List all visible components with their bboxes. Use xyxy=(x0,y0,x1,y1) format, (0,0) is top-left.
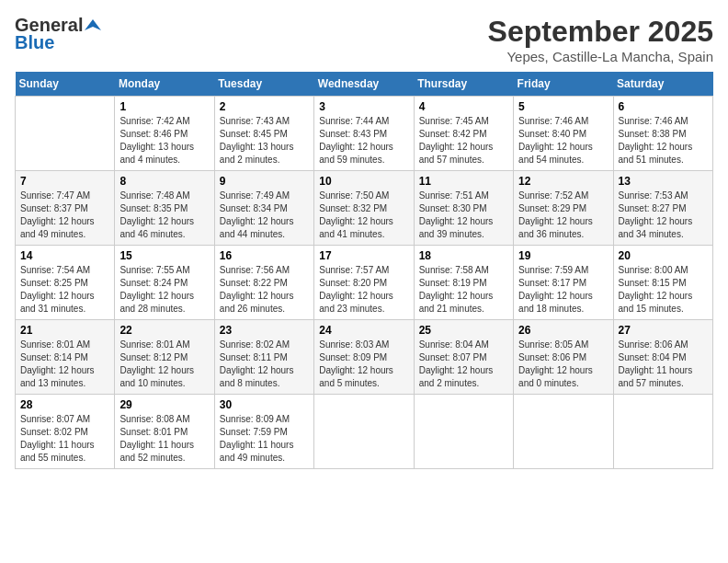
logo: General Blue xyxy=(15,15,101,53)
header-day-monday: Monday xyxy=(115,72,214,97)
day-number: 7 xyxy=(20,175,109,188)
day-number: 13 xyxy=(619,175,708,188)
calendar-cell: 28Sunrise: 8:07 AMSunset: 8:02 PMDayligh… xyxy=(16,395,115,469)
day-info: Sunrise: 8:07 AMSunset: 8:02 PMDaylight:… xyxy=(20,413,109,465)
day-info: Sunrise: 7:51 AMSunset: 8:30 PMDaylight:… xyxy=(419,190,508,241)
calendar-cell xyxy=(16,97,115,171)
day-info: Sunrise: 8:01 AMSunset: 8:14 PMDaylight:… xyxy=(20,339,109,390)
day-number: 25 xyxy=(419,324,508,337)
day-info: Sunrise: 8:00 AMSunset: 8:15 PMDaylight:… xyxy=(619,264,708,316)
day-info: Sunrise: 7:59 AMSunset: 8:17 PMDaylight:… xyxy=(518,264,608,316)
calendar-cell: 26Sunrise: 8:05 AMSunset: 8:06 PMDayligh… xyxy=(514,320,613,395)
day-info: Sunrise: 7:45 AMSunset: 8:42 PMDaylight:… xyxy=(419,115,508,167)
week-row-3: 14Sunrise: 7:54 AMSunset: 8:25 PMDayligh… xyxy=(16,246,713,320)
day-number: 21 xyxy=(20,324,109,337)
calendar-cell: 5Sunrise: 7:46 AMSunset: 8:40 PMDaylight… xyxy=(514,97,613,171)
day-number: 22 xyxy=(119,324,209,337)
calendar-cell xyxy=(314,395,414,469)
day-number: 6 xyxy=(619,100,708,113)
day-info: Sunrise: 7:42 AMSunset: 8:46 PMDaylight:… xyxy=(119,115,209,167)
calendar-table: SundayMondayTuesdayWednesdayThursdayFrid… xyxy=(15,72,713,469)
header-day-sunday: Sunday xyxy=(16,72,115,97)
calendar-cell xyxy=(613,395,712,469)
calendar-cell: 2Sunrise: 7:43 AMSunset: 8:45 PMDaylight… xyxy=(214,97,313,171)
title-block: September 2025 Yepes, Castille-La Mancha… xyxy=(488,15,713,64)
calendar-cell: 27Sunrise: 8:06 AMSunset: 8:04 PMDayligh… xyxy=(613,320,712,395)
calendar-cell: 3Sunrise: 7:44 AMSunset: 8:43 PMDaylight… xyxy=(314,97,414,171)
day-info: Sunrise: 7:46 AMSunset: 8:38 PMDaylight:… xyxy=(619,115,708,167)
header-day-saturday: Saturday xyxy=(613,72,712,97)
calendar-cell: 19Sunrise: 7:59 AMSunset: 8:17 PMDayligh… xyxy=(514,246,613,320)
day-number: 11 xyxy=(419,175,508,188)
day-number: 24 xyxy=(319,324,408,337)
day-number: 1 xyxy=(119,100,209,113)
day-number: 26 xyxy=(518,324,608,337)
calendar-cell: 22Sunrise: 8:01 AMSunset: 8:12 PMDayligh… xyxy=(115,320,214,395)
day-info: Sunrise: 8:09 AMSunset: 7:59 PMDaylight:… xyxy=(220,413,309,465)
day-number: 15 xyxy=(119,249,209,262)
calendar-cell: 12Sunrise: 7:52 AMSunset: 8:29 PMDayligh… xyxy=(514,171,613,246)
header-day-wednesday: Wednesday xyxy=(314,72,414,97)
day-number: 30 xyxy=(220,398,309,411)
header-day-thursday: Thursday xyxy=(414,72,513,97)
day-number: 19 xyxy=(518,249,608,262)
day-info: Sunrise: 7:44 AMSunset: 8:43 PMDaylight:… xyxy=(319,115,408,167)
day-number: 5 xyxy=(518,100,608,113)
page-title: September 2025 xyxy=(488,15,713,49)
calendar-cell: 25Sunrise: 8:04 AMSunset: 8:07 PMDayligh… xyxy=(414,320,513,395)
day-info: Sunrise: 8:05 AMSunset: 8:06 PMDaylight:… xyxy=(518,339,608,390)
day-info: Sunrise: 7:48 AMSunset: 8:35 PMDaylight:… xyxy=(119,190,209,241)
day-number: 3 xyxy=(319,100,408,113)
day-number: 28 xyxy=(20,398,109,411)
calendar-cell: 6Sunrise: 7:46 AMSunset: 8:38 PMDaylight… xyxy=(613,97,712,171)
day-number: 14 xyxy=(20,249,109,262)
day-number: 18 xyxy=(419,249,508,262)
calendar-cell: 24Sunrise: 8:03 AMSunset: 8:09 PMDayligh… xyxy=(314,320,414,395)
day-info: Sunrise: 7:54 AMSunset: 8:25 PMDaylight:… xyxy=(20,264,109,316)
calendar-cell: 30Sunrise: 8:09 AMSunset: 7:59 PMDayligh… xyxy=(214,395,313,469)
calendar-cell: 4Sunrise: 7:45 AMSunset: 8:42 PMDaylight… xyxy=(414,97,513,171)
calendar-cell: 16Sunrise: 7:56 AMSunset: 8:22 PMDayligh… xyxy=(214,246,313,320)
day-info: Sunrise: 8:03 AMSunset: 8:09 PMDaylight:… xyxy=(319,339,408,390)
day-number: 17 xyxy=(319,249,408,262)
day-number: 20 xyxy=(619,249,708,262)
week-row-5: 28Sunrise: 8:07 AMSunset: 8:02 PMDayligh… xyxy=(16,395,713,469)
calendar-cell: 9Sunrise: 7:49 AMSunset: 8:34 PMDaylight… xyxy=(214,171,313,246)
calendar-cell: 14Sunrise: 7:54 AMSunset: 8:25 PMDayligh… xyxy=(16,246,115,320)
day-info: Sunrise: 7:55 AMSunset: 8:24 PMDaylight:… xyxy=(119,264,209,316)
calendar-cell: 10Sunrise: 7:50 AMSunset: 8:32 PMDayligh… xyxy=(314,171,414,246)
day-info: Sunrise: 7:58 AMSunset: 8:19 PMDaylight:… xyxy=(419,264,508,316)
day-info: Sunrise: 7:50 AMSunset: 8:32 PMDaylight:… xyxy=(319,190,408,241)
page-header: General Blue September 2025 Yepes, Casti… xyxy=(15,15,713,64)
day-info: Sunrise: 7:53 AMSunset: 8:27 PMDaylight:… xyxy=(619,190,708,241)
calendar-cell: 13Sunrise: 7:53 AMSunset: 8:27 PMDayligh… xyxy=(613,171,712,246)
day-info: Sunrise: 8:06 AMSunset: 8:04 PMDaylight:… xyxy=(619,339,708,390)
day-number: 9 xyxy=(220,175,309,188)
calendar-cell xyxy=(414,395,513,469)
logo-blue: Blue xyxy=(15,32,54,53)
day-number: 2 xyxy=(220,100,309,113)
day-info: Sunrise: 7:43 AMSunset: 8:45 PMDaylight:… xyxy=(220,115,309,167)
calendar-cell: 8Sunrise: 7:48 AMSunset: 8:35 PMDaylight… xyxy=(115,171,214,246)
day-number: 27 xyxy=(619,324,708,337)
day-info: Sunrise: 7:57 AMSunset: 8:20 PMDaylight:… xyxy=(319,264,408,316)
calendar-cell: 23Sunrise: 8:02 AMSunset: 8:11 PMDayligh… xyxy=(214,320,313,395)
day-info: Sunrise: 8:04 AMSunset: 8:07 PMDaylight:… xyxy=(419,339,508,390)
header-day-friday: Friday xyxy=(514,72,613,97)
day-number: 8 xyxy=(119,175,209,188)
day-info: Sunrise: 7:47 AMSunset: 8:37 PMDaylight:… xyxy=(20,190,109,241)
calendar-cell: 1Sunrise: 7:42 AMSunset: 8:46 PMDaylight… xyxy=(115,97,214,171)
day-info: Sunrise: 7:49 AMSunset: 8:34 PMDaylight:… xyxy=(220,190,309,241)
day-info: Sunrise: 7:52 AMSunset: 8:29 PMDaylight:… xyxy=(518,190,608,241)
week-row-1: 1Sunrise: 7:42 AMSunset: 8:46 PMDaylight… xyxy=(16,97,713,171)
day-number: 10 xyxy=(319,175,408,188)
header-day-tuesday: Tuesday xyxy=(214,72,313,97)
day-number: 23 xyxy=(220,324,309,337)
calendar-cell xyxy=(514,395,613,469)
svg-marker-0 xyxy=(85,19,101,30)
calendar-cell: 7Sunrise: 7:47 AMSunset: 8:37 PMDaylight… xyxy=(16,171,115,246)
calendar-cell: 15Sunrise: 7:55 AMSunset: 8:24 PMDayligh… xyxy=(115,246,214,320)
week-row-4: 21Sunrise: 8:01 AMSunset: 8:14 PMDayligh… xyxy=(16,320,713,395)
day-info: Sunrise: 8:02 AMSunset: 8:11 PMDaylight:… xyxy=(220,339,309,390)
day-number: 16 xyxy=(220,249,309,262)
